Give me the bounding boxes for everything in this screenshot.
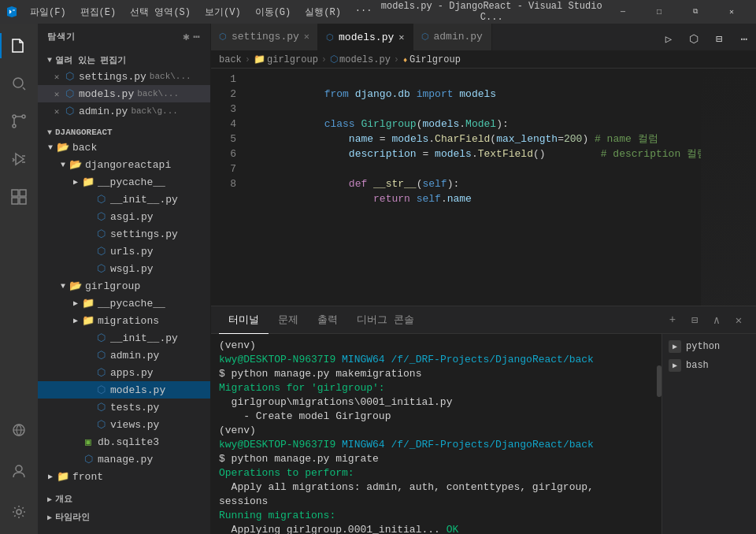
terminal-body: (venv) kwy@DESKTOP-N9637I9 MINGW64 /f/_D… bbox=[211, 334, 756, 534]
py-file-icon: ⬡ bbox=[94, 228, 107, 240]
menu-go[interactable]: 이동(G) bbox=[249, 4, 298, 20]
menu-more[interactable]: ··· bbox=[349, 4, 379, 20]
menu-run[interactable]: 실행(R) bbox=[298, 4, 347, 20]
py-icon: ⬡ bbox=[330, 54, 338, 65]
close-icon[interactable]: ✕ bbox=[50, 87, 63, 100]
run-button[interactable]: ▷ bbox=[657, 27, 680, 50]
tab-models-close[interactable]: ✕ bbox=[398, 32, 404, 43]
tree-file-db[interactable]: ▶ ▣ db.sqlite3 bbox=[38, 433, 210, 451]
tree-file-init2[interactable]: ▶ ⬡ __init__.py bbox=[38, 329, 210, 347]
terminal-session-python[interactable]: ▶ python bbox=[662, 337, 756, 356]
terminal-line-env1: (venv) bbox=[219, 339, 649, 353]
menu-file[interactable]: 파일(F) bbox=[24, 4, 72, 20]
activity-extensions[interactable] bbox=[0, 178, 38, 216]
menu-edit[interactable]: 편집(E) bbox=[74, 4, 123, 20]
chevron-down-icon: ▼ bbox=[57, 280, 69, 292]
folder-icon: 📁 bbox=[82, 314, 94, 327]
tree-folder-djangoreactapi[interactable]: ▼ 📂 djangoreactapi bbox=[38, 156, 210, 173]
breadcrumb-back[interactable]: back bbox=[219, 54, 242, 65]
tree-file-init1[interactable]: ▶ ⬡ __init__.py bbox=[38, 191, 210, 208]
activity-search[interactable] bbox=[0, 65, 38, 102]
more-actions-button[interactable]: ⋯ bbox=[732, 27, 756, 50]
tree-folder-front[interactable]: ▶ 📁 front bbox=[38, 468, 210, 485]
py-file-icon: ⬡ bbox=[94, 401, 107, 413]
open-file-admin[interactable]: ✕ ⬡ admin.py back\g... bbox=[38, 102, 210, 120]
activity-settings[interactable] bbox=[0, 493, 38, 531]
tree-file-settings[interactable]: ▶ ⬡ settings.py bbox=[38, 225, 210, 243]
tree-file-admin[interactable]: ▶ ⬡ admin.py bbox=[38, 347, 210, 364]
py-file-icon: ⬡ bbox=[94, 262, 107, 275]
window-restore-button[interactable]: ⧉ bbox=[677, 0, 713, 24]
terminal-content[interactable]: (venv) kwy@DESKTOP-N9637I9 MINGW64 /f/_D… bbox=[211, 334, 657, 534]
terminal-close-button[interactable]: ✕ bbox=[729, 310, 748, 329]
breadcrumb-girlgroup-class[interactable]: ⬧Girlgroup bbox=[402, 54, 461, 65]
terminal-tab-output[interactable]: 출력 bbox=[308, 306, 347, 334]
tree-folder-back[interactable]: ▼ 📂 back bbox=[38, 139, 210, 156]
open-file-settings-suffix: back\... bbox=[150, 72, 191, 81]
close-icon[interactable]: ✕ bbox=[50, 70, 63, 83]
root-section[interactable]: ▼ DJANGOREACT bbox=[38, 123, 210, 139]
terminal-add-button[interactable]: + bbox=[663, 310, 682, 329]
activity-account[interactable] bbox=[0, 452, 38, 490]
breadcrumb-girlgroup[interactable]: 📁girlgroup bbox=[254, 54, 318, 65]
menu-selection[interactable]: 선택 영역(S) bbox=[124, 4, 197, 20]
terminal-line-running: Running migrations: bbox=[219, 509, 649, 523]
split-editor-button[interactable]: ⊟ bbox=[707, 27, 731, 50]
tab-models[interactable]: ⬡ models.py ✕ bbox=[318, 24, 413, 50]
tree-folder-pycache1[interactable]: ▶ 📁 __pycache__ bbox=[38, 173, 210, 191]
tree-file-urls[interactable]: ▶ ⬡ urls.py bbox=[38, 243, 210, 260]
chevron-down-icon: ▼ bbox=[47, 56, 52, 65]
terminal-session-bash[interactable]: ▶ bash bbox=[662, 356, 756, 375]
terminal-maximize-button[interactable]: ∧ bbox=[707, 310, 726, 329]
activity-remote[interactable] bbox=[0, 411, 38, 449]
open-editors-section[interactable]: ▼ 열려 있는 편집기 bbox=[38, 50, 210, 68]
activity-run-debug[interactable] bbox=[0, 140, 38, 178]
gear-icon bbox=[11, 504, 27, 520]
open-file-models[interactable]: ✕ ⬡ models.py back\... bbox=[38, 85, 210, 102]
activity-source-control[interactable] bbox=[0, 102, 38, 140]
terminal-line-migrations-file: girlgroup\migrations\0001_initial.py bbox=[219, 395, 649, 410]
tab-settings[interactable]: ⬡ settings.py ✕ bbox=[211, 24, 318, 50]
open-file-settings[interactable]: ✕ ⬡ settings.py back\... bbox=[38, 68, 210, 85]
tree-file-models[interactable]: ▶ ⬡ models.py bbox=[38, 381, 210, 399]
tree-file-manage[interactable]: ▶ ⬡ manage.py bbox=[38, 451, 210, 468]
window-minimize-button[interactable]: ─ bbox=[605, 0, 641, 24]
terminal-tab-terminal[interactable]: 터미널 bbox=[219, 306, 269, 334]
terminal-tab-output-label: 출력 bbox=[317, 313, 338, 327]
tree-file-tests[interactable]: ▶ ⬡ tests.py bbox=[38, 399, 210, 416]
tree-folder-girlgroup[interactable]: ▼ 📂 girlgroup bbox=[38, 277, 210, 295]
activity-explorer[interactable] bbox=[0, 27, 38, 65]
chevron-right-icon: ▶ bbox=[44, 470, 57, 483]
app-layout: 탐색기 ✱ ⋯ ▼ 열려 있는 편집기 ✕ ⬡ settings.py back… bbox=[0, 24, 756, 534]
timeline-section[interactable]: ▶ 타임라인 bbox=[38, 506, 210, 525]
tree-folder-migrations[interactable]: ▶ 📁 migrations bbox=[38, 312, 210, 329]
collapse-all-icon[interactable]: ⋯ bbox=[194, 30, 201, 43]
terminal-line-migrations-create: - Create model Girlgroup bbox=[219, 410, 649, 424]
tab-admin[interactable]: ⬡ admin.py bbox=[413, 24, 492, 50]
terminal-line-migrations: Migrations for 'girlgroup': bbox=[219, 381, 649, 395]
tree-file-apps[interactable]: ▶ ⬡ apps.py bbox=[38, 364, 210, 381]
tree-file-wsgi[interactable]: ▶ ⬡ wsgi.py bbox=[38, 260, 210, 277]
py-file-icon: ⬡ bbox=[94, 332, 107, 344]
window-maximize-button[interactable]: □ bbox=[641, 0, 677, 24]
debug-button[interactable]: ⬡ bbox=[682, 27, 706, 50]
tab-settings-close[interactable]: ✕ bbox=[304, 31, 309, 43]
terminal-tab-problems[interactable]: 문제 bbox=[269, 306, 308, 334]
terminal-split-button[interactable]: ⊟ bbox=[685, 310, 704, 329]
new-file-icon[interactable]: ✱ bbox=[183, 30, 190, 43]
tabs-bar: ⬡ settings.py ✕ ⬡ models.py ✕ ⬡ admin.py… bbox=[211, 24, 756, 51]
breadcrumb-models[interactable]: ⬡models.py bbox=[330, 54, 391, 65]
terminal-tab-debug[interactable]: 디버그 콘솔 bbox=[347, 306, 424, 334]
code-editor[interactable]: 1 2 3 4 5 6 7 8 from django.db import mo… bbox=[211, 69, 756, 306]
outline-section[interactable]: ▶ 개요 bbox=[38, 488, 210, 506]
code-area[interactable]: from django.db import models class Girlg… bbox=[243, 69, 701, 306]
window-close-button[interactable]: ✕ bbox=[713, 0, 750, 24]
tree-file-asgi[interactable]: ▶ ⬡ asgi.py bbox=[38, 208, 210, 225]
tree-folder-pycache2[interactable]: ▶ 📁 __pycache__ bbox=[38, 295, 210, 312]
terminal-panel: 터미널 문제 출력 디버그 콘솔 + ⊟ ∧ bbox=[211, 306, 756, 534]
close-icon[interactable]: ✕ bbox=[50, 105, 63, 117]
menu-view[interactable]: 보기(V) bbox=[198, 4, 247, 20]
tree-file-views[interactable]: ▶ ⬡ views.py bbox=[38, 416, 210, 433]
svg-point-0 bbox=[13, 78, 23, 87]
folder-front-label: front bbox=[72, 471, 103, 483]
